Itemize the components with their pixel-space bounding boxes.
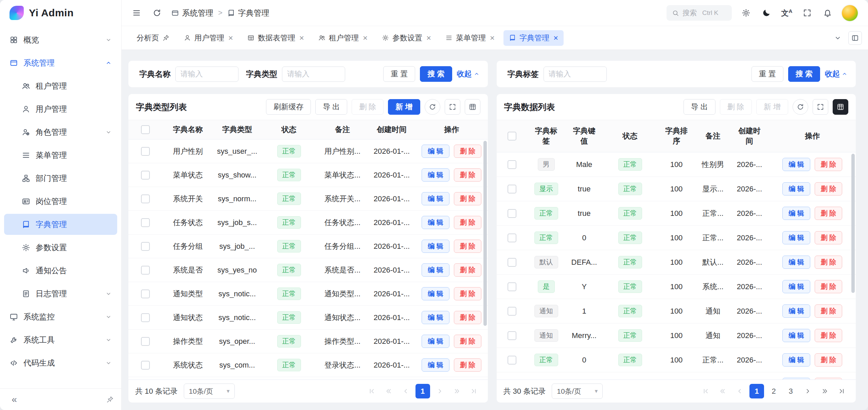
edit-button[interactable]: 编 辑 — [782, 231, 810, 244]
row-checkbox[interactable] — [508, 185, 516, 193]
scrollbar-thumb[interactable] — [483, 141, 487, 326]
first-page-button[interactable] — [698, 384, 713, 398]
tab-menu-mgmt[interactable]: 菜单管理 × — [440, 30, 500, 46]
edit-button[interactable]: 编 辑 — [782, 378, 810, 379]
delete-button[interactable]: 删 除 — [454, 192, 482, 205]
tab-user-mgmt[interactable]: 用户管理 × — [178, 30, 238, 46]
tab-tenant-mgmt[interactable]: 租户管理 × — [313, 30, 373, 46]
settings-button[interactable] — [740, 7, 752, 19]
delete-button[interactable]: 删 除 — [815, 256, 843, 269]
sidebar-item-system-monitor[interactable]: 系统监控 — [4, 306, 117, 327]
delete-button[interactable]: 删 除 — [815, 329, 843, 342]
breadcrumb-dict-mgmt[interactable]: 字典管理 — [227, 8, 269, 18]
table-scrollbar[interactable] — [483, 141, 487, 378]
theme-toggle-button[interactable] — [760, 7, 773, 19]
delete-button[interactable]: 删 除 — [454, 311, 482, 324]
global-search[interactable]: 搜索 Ctrl K — [667, 5, 732, 21]
sidebar-item-dept-mgmt[interactable]: 部门管理 — [4, 168, 117, 189]
delete-button[interactable]: 删 除 — [815, 231, 843, 244]
sidebar-item-overview[interactable]: 概览 — [4, 29, 117, 50]
notifications-button[interactable] — [821, 7, 834, 19]
fast-prev-button[interactable] — [382, 384, 396, 398]
collapse-filter-link[interactable]: 收起 — [825, 69, 848, 79]
edit-button[interactable]: 编 辑 — [782, 256, 810, 269]
add-button[interactable]: 新 增 — [388, 99, 420, 115]
edit-button[interactable]: 编 辑 — [782, 353, 810, 367]
tabs-layout-button[interactable] — [848, 31, 862, 45]
fast-prev-button[interactable] — [715, 384, 730, 398]
delete-button[interactable]: 删 除 — [454, 287, 482, 300]
page-2-button[interactable]: 2 — [766, 384, 781, 398]
delete-button[interactable]: 删 除 — [454, 263, 482, 277]
row-checkbox[interactable] — [141, 171, 150, 180]
edit-button[interactable]: 编 辑 — [422, 287, 449, 300]
prev-page-button[interactable] — [732, 384, 747, 398]
page-1-button[interactable]: 1 — [415, 384, 430, 398]
last-page-button[interactable] — [834, 384, 849, 398]
dict-name-input[interactable] — [175, 67, 238, 82]
edit-button[interactable]: 编 辑 — [422, 311, 449, 324]
delete-button[interactable]: 删 除 — [815, 378, 843, 379]
fast-next-button[interactable] — [449, 384, 464, 398]
delete-button[interactable]: 删 除 — [815, 182, 843, 195]
reset-button[interactable]: 重 置 — [383, 66, 415, 82]
last-page-button[interactable] — [466, 384, 481, 398]
sidebar-item-menu-mgmt[interactable]: 菜单管理 — [4, 145, 117, 166]
row-checkbox[interactable] — [508, 234, 516, 242]
fullscreen-table-button[interactable] — [445, 99, 460, 115]
fast-next-button[interactable] — [817, 384, 832, 398]
table-scrollbar[interactable] — [851, 154, 855, 378]
tab-param-settings[interactable]: 参数设置 × — [376, 30, 437, 46]
delete-button[interactable]: 删 除 — [454, 168, 482, 182]
select-all-checkbox[interactable] — [508, 132, 516, 141]
brand[interactable]: Yi Admin — [0, 0, 121, 26]
avatar[interactable] — [842, 5, 858, 21]
edit-button[interactable]: 编 辑 — [782, 280, 810, 293]
refresh-cache-button[interactable]: 刷新缓存 — [266, 99, 311, 115]
batch-delete-button[interactable]: 删 除 — [352, 99, 384, 115]
dict-label-input[interactable] — [544, 67, 607, 82]
breadcrumb-system-mgmt[interactable]: 系统管理 — [171, 8, 213, 18]
language-button[interactable]: 文A — [781, 7, 793, 19]
row-checkbox[interactable] — [141, 337, 150, 346]
delete-button[interactable]: 删 除 — [454, 358, 482, 372]
row-checkbox[interactable] — [141, 290, 150, 298]
delete-button[interactable]: 删 除 — [815, 280, 843, 293]
row-checkbox[interactable] — [141, 313, 150, 322]
export-button[interactable]: 导 出 — [684, 99, 715, 115]
close-icon[interactable]: × — [553, 34, 558, 42]
next-page-button[interactable] — [800, 384, 815, 398]
row-checkbox[interactable] — [141, 147, 150, 156]
collapse-sidebar-button[interactable]: « — [7, 393, 21, 406]
row-checkbox[interactable] — [141, 218, 150, 227]
pin-sidebar-icon[interactable] — [106, 396, 114, 403]
sidebar-item-notice[interactable]: 通知公告 — [4, 260, 117, 281]
sidebar-item-tenant-mgmt[interactable]: 租户管理 — [4, 75, 117, 96]
next-page-button[interactable] — [432, 384, 447, 398]
row-checkbox[interactable] — [508, 282, 516, 291]
row-checkbox[interactable] — [141, 242, 150, 251]
edit-button[interactable]: 编 辑 — [422, 216, 449, 229]
prev-page-button[interactable] — [398, 384, 413, 398]
sidebar-toggle-button[interactable] — [130, 7, 143, 19]
first-page-button[interactable] — [365, 384, 379, 398]
delete-button[interactable]: 删 除 — [815, 207, 843, 220]
fullscreen-table-button[interactable] — [813, 99, 828, 115]
edit-button[interactable]: 编 辑 — [422, 145, 449, 158]
refresh-table-button[interactable] — [793, 99, 808, 115]
edit-button[interactable]: 编 辑 — [782, 329, 810, 342]
edit-button[interactable]: 编 辑 — [422, 168, 449, 182]
sidebar-item-system-tools[interactable]: 系统工具 — [4, 329, 117, 350]
export-button[interactable]: 导 出 — [315, 99, 347, 115]
delete-button[interactable]: 删 除 — [454, 216, 482, 229]
tabs-dropdown-button[interactable] — [832, 32, 844, 44]
dict-type-input[interactable] — [282, 67, 345, 82]
edit-button[interactable]: 编 辑 — [422, 358, 449, 372]
row-checkbox[interactable] — [508, 209, 516, 218]
delete-button[interactable]: 删 除 — [815, 353, 843, 367]
close-icon[interactable]: × — [490, 34, 495, 42]
sidebar-item-post-mgmt[interactable]: 岗位管理 — [4, 191, 117, 212]
page-size-select[interactable]: 10条/页 ▾ — [184, 384, 235, 399]
row-checkbox[interactable] — [141, 266, 150, 275]
collapse-filter-link[interactable]: 收起 — [457, 69, 480, 79]
